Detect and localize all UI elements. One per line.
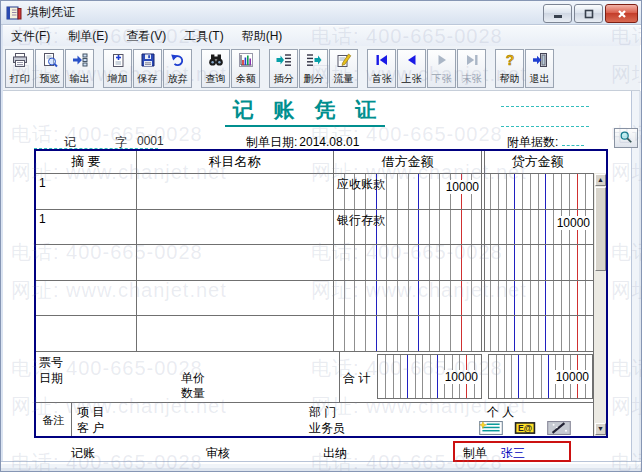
help-icon: ? — [502, 52, 518, 68]
window-title: 填制凭证 — [27, 4, 75, 21]
exit-icon — [532, 52, 548, 68]
undo-button[interactable]: 放弃 — [163, 49, 192, 88]
print-preview-button[interactable]: 预览 — [35, 49, 64, 88]
total-credit-box: 10000 — [488, 354, 593, 399]
ledger-line — [365, 173, 366, 351]
maximize-button[interactable] — [574, 4, 603, 23]
table-scrollbar[interactable]: ▲ ▼ — [593, 173, 606, 436]
menu-item-3[interactable]: 查看(V) — [117, 26, 175, 47]
person-label[interactable]: 个 人 — [487, 404, 514, 421]
bar-chart-icon — [238, 52, 254, 68]
delete-row-icon — [306, 52, 322, 68]
close-icon — [614, 6, 630, 22]
close-button[interactable] — [605, 4, 638, 23]
ledger-line — [577, 173, 578, 351]
toolbar-button-label: 退出 — [529, 72, 549, 85]
ledger-line — [538, 173, 539, 351]
pen-doc-icon — [336, 52, 352, 68]
last-page-button: 末张 — [457, 49, 486, 88]
next-page-icon — [434, 52, 450, 68]
menu-item-2[interactable]: 制单(E) — [59, 26, 117, 47]
ledger-line — [397, 173, 398, 351]
export-icon — [72, 52, 88, 68]
toolbar-button-label: 输出 — [69, 72, 89, 85]
voucher-number[interactable]: 0001 — [137, 134, 164, 148]
ledger-line — [504, 355, 505, 398]
insert-row-button[interactable]: 插分 — [269, 49, 298, 88]
cell-summary-row2[interactable]: 1 — [39, 212, 46, 226]
ledger-line — [386, 173, 387, 351]
export-button[interactable]: 输出 — [65, 49, 94, 88]
salesman-label[interactable]: 业务员 — [309, 420, 345, 437]
app-icon — [6, 5, 22, 21]
attachments-value-field[interactable] — [562, 134, 584, 146]
cell-debit-row1[interactable]: 10000 — [445, 180, 480, 194]
ledger-line — [422, 355, 423, 398]
pen-doc-button[interactable]: 流量 — [329, 49, 358, 88]
notes-icon — [479, 421, 503, 435]
window-frame-left — [1, 25, 3, 471]
svg-text:E@: E@ — [518, 423, 532, 433]
ledger-line — [585, 173, 586, 351]
customer-label[interactable]: 客 户 — [77, 420, 104, 437]
quantity-label: 数量 — [181, 385, 205, 402]
field-line-mid — [501, 126, 589, 127]
footer-date-label: 日期 — [39, 370, 63, 387]
ledger-line — [354, 173, 355, 351]
ledger-line — [548, 355, 549, 398]
prev-page-button[interactable]: 上张 — [397, 49, 426, 88]
ledger-line — [569, 173, 570, 351]
ledger-line — [407, 355, 408, 398]
reviewer-label: 审核 — [206, 445, 230, 462]
delete-row-button[interactable]: 删分 — [299, 49, 328, 88]
save-button[interactable]: 保存 — [133, 49, 162, 88]
binoculars-button[interactable]: 查询 — [201, 49, 230, 88]
debit-ledger-panel[interactable] — [333, 173, 482, 351]
add-doc-button[interactable]: 增加 — [103, 49, 132, 88]
window-frame-bottom — [1, 461, 641, 471]
exit-button[interactable]: 退出 — [525, 49, 554, 88]
credit-ledger-panel[interactable] — [482, 173, 593, 351]
project-label[interactable]: 项 目 — [77, 404, 104, 421]
voucher-entry-window: 填制凭证 文件(F)制单(E)查看(V)工具(T)帮助(H) 打印预览输出增加保… — [0, 0, 642, 472]
minimize-button[interactable] — [543, 4, 572, 23]
ledger-line — [514, 173, 515, 351]
voucher-word-row: 记 字 0001 — [34, 132, 158, 149]
menu-item-1[interactable]: 文件(F) — [2, 26, 59, 47]
header-debit: 借方金额 — [333, 151, 482, 173]
ledger-line — [385, 355, 386, 398]
attachments-label: 附单据数: — [507, 135, 558, 149]
ledger-line — [461, 173, 462, 351]
menu-item-5[interactable]: 帮助(H) — [233, 26, 292, 47]
cell-account-row1[interactable]: 应收账款 — [337, 176, 385, 193]
scroll-up-button[interactable]: ▲ — [595, 174, 606, 186]
scrollbar-thumb[interactable] — [595, 187, 606, 271]
ticket-label: 票号 — [39, 354, 63, 371]
ledger-line — [439, 173, 440, 351]
printer-button[interactable]: 打印 — [5, 49, 34, 88]
wand-tool-button[interactable] — [547, 421, 571, 435]
reference-lookup-button[interactable] — [614, 128, 638, 148]
help-button[interactable]: ?帮助 — [495, 49, 524, 88]
ledger-line — [415, 355, 416, 398]
toolbar-button-label: 下张 — [431, 72, 451, 85]
scroll-down-button[interactable]: ▼ — [595, 423, 606, 435]
department-label[interactable]: 部 门 — [309, 404, 336, 421]
toolbar-button-label: 保存 — [137, 72, 157, 85]
prev-page-icon — [404, 52, 420, 68]
ledger-line — [561, 173, 562, 351]
cell-summary-row1[interactable]: 1 — [39, 176, 46, 190]
cell-account-row2[interactable]: 银行存款 — [337, 212, 385, 229]
first-page-button[interactable]: 首张 — [367, 49, 396, 88]
toolbar-button-label: 首张 — [371, 72, 391, 85]
voucher-table: 摘 要 科目名称 借方金额 贷方金额 1应收账款100001银行存款10000 … — [34, 149, 608, 438]
ledger-line — [471, 173, 472, 351]
bookkeeper-label: 记账 — [71, 445, 95, 462]
currency-tool-button[interactable]: E@ — [513, 421, 537, 435]
date-value[interactable]: 2014.08.01 — [299, 135, 359, 149]
menu-item-4[interactable]: 工具(T) — [175, 26, 232, 47]
cell-credit-row2[interactable]: 10000 — [556, 216, 591, 230]
notes-tool-button[interactable] — [479, 421, 503, 435]
save-icon — [140, 52, 156, 68]
bar-chart-button[interactable]: 余额 — [231, 49, 260, 88]
